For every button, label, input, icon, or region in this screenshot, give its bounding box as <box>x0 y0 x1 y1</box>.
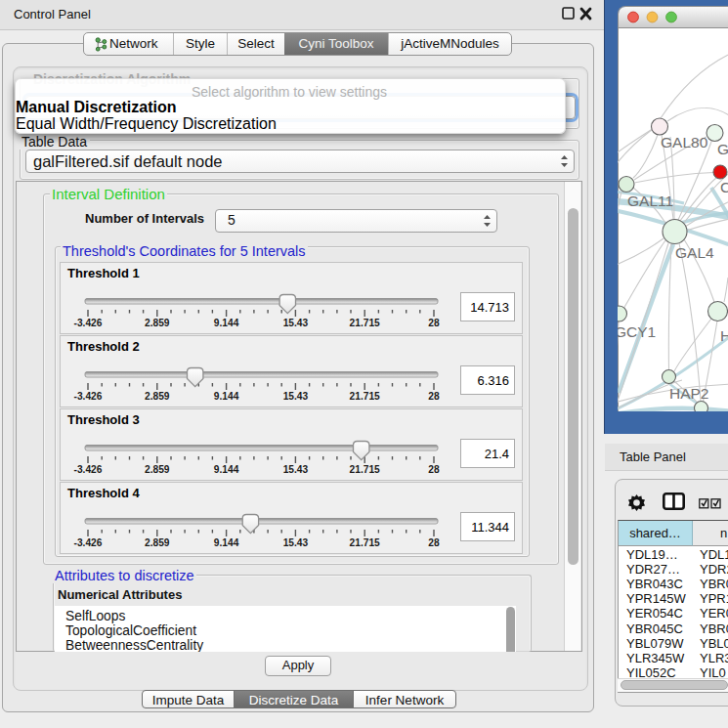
svg-text:28: 28 <box>428 537 440 548</box>
svg-text:2.859: 2.859 <box>145 464 170 475</box>
svg-text:GAL80: GAL80 <box>661 134 708 150</box>
svg-text:2.859: 2.859 <box>145 537 170 548</box>
svg-text:15.43: 15.43 <box>283 464 309 475</box>
svg-text:15.43: 15.43 <box>283 318 309 328</box>
svg-text:HAP2: HAP2 <box>669 385 709 402</box>
svg-text:28: 28 <box>428 318 440 328</box>
svg-text:9.144: 9.144 <box>214 318 239 328</box>
svg-text:2.859: 2.859 <box>145 391 170 402</box>
svg-text:GAL11: GAL11 <box>627 193 673 209</box>
svg-text:21.715: 21.715 <box>350 537 380 548</box>
svg-text:-3.426: -3.426 <box>74 318 103 328</box>
svg-text:15.43: 15.43 <box>283 537 309 548</box>
svg-text:2.859: 2.859 <box>145 318 170 328</box>
svg-text:GA: GA <box>717 141 728 157</box>
svg-text:-3.426: -3.426 <box>74 464 103 475</box>
svg-text:GCY1: GCY1 <box>618 323 656 340</box>
svg-text:21.715: 21.715 <box>350 464 380 475</box>
svg-text:GAL4: GAL4 <box>675 244 714 261</box>
svg-text:9.144: 9.144 <box>214 464 239 475</box>
svg-text:28: 28 <box>428 391 440 402</box>
svg-text:28: 28 <box>428 464 440 475</box>
svg-text:-3.426: -3.426 <box>74 391 103 402</box>
svg-text:21.715: 21.715 <box>350 391 380 402</box>
svg-text:15.43: 15.43 <box>283 391 309 402</box>
svg-text:9.144: 9.144 <box>214 391 239 402</box>
svg-text:C: C <box>720 179 728 195</box>
svg-text:9.144: 9.144 <box>214 537 239 548</box>
svg-text:21.715: 21.715 <box>350 318 380 328</box>
svg-text:-3.426: -3.426 <box>74 537 103 548</box>
svg-text:H: H <box>720 327 728 344</box>
